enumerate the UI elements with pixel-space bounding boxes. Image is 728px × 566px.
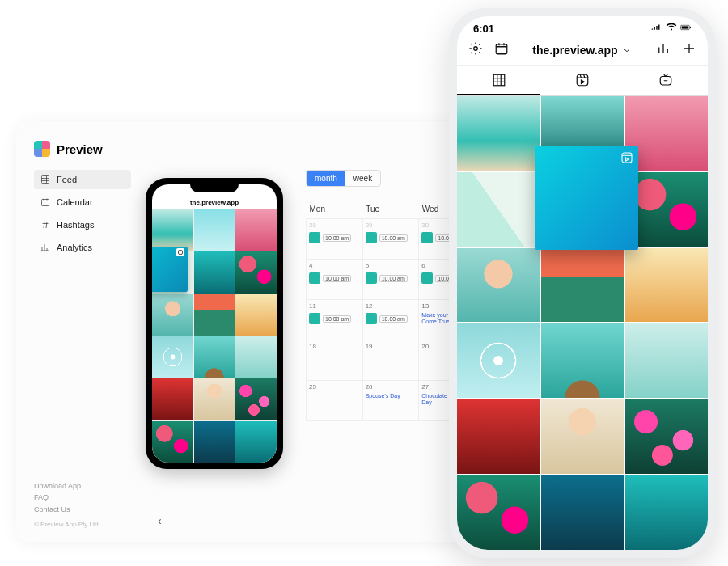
signal-icon <box>651 23 662 35</box>
sidebar-item-analytics[interactable]: Analytics <box>34 238 131 257</box>
tab-grid[interactable] <box>457 66 540 95</box>
phone-preview: the.preview.app <box>146 178 283 469</box>
calendar-cell[interactable]: 410.00 am <box>307 260 363 300</box>
phone-preview-cell[interactable] <box>235 251 277 293</box>
calendar-cell[interactable]: 19 <box>362 340 419 381</box>
phone-preview-cell[interactable] <box>235 336 277 378</box>
calendar-cell[interactable]: 510.00 am <box>362 260 419 300</box>
event-thumbnail <box>366 313 377 324</box>
calendar-day-number: 12 <box>366 302 417 310</box>
feed-cell[interactable] <box>457 475 540 550</box>
feed-cell[interactable] <box>457 96 540 171</box>
svg-point-5 <box>474 47 478 51</box>
calendar-cell[interactable]: 25 <box>307 381 363 421</box>
add-button[interactable] <box>682 41 696 59</box>
calendar-event[interactable]: 10.00 am <box>366 232 417 243</box>
reels-badge-icon <box>176 248 184 256</box>
calendar-event[interactable]: 10.00 am <box>309 232 360 243</box>
phone-preview-cell[interactable] <box>194 251 235 293</box>
calendar-cell[interactable]: 2810.00 am <box>307 219 363 260</box>
calendar-event[interactable]: 10.00 am <box>366 272 417 284</box>
calendar-cell[interactable]: 2910.00 am <box>362 219 419 260</box>
feed-cell[interactable] <box>625 323 708 398</box>
feed-cell[interactable] <box>625 248 708 323</box>
event-time: 10.00 am <box>323 315 351 323</box>
analytics-icon <box>40 243 50 252</box>
event-time: 10.00 am <box>379 275 408 282</box>
footer-link-contact[interactable]: Contact Us <box>34 504 131 515</box>
sidebar-item-hashtags[interactable]: Hashtags <box>34 215 131 234</box>
settings-button[interactable] <box>468 41 483 59</box>
sidebar-item-label: Analytics <box>57 243 92 252</box>
feed-cell[interactable] <box>457 399 540 474</box>
calendar-cell[interactable]: 18 <box>307 340 363 381</box>
tab-reels[interactable] <box>540 66 624 95</box>
calendar-cell[interactable]: 1210.00 am <box>362 300 419 340</box>
dragging-tile[interactable] <box>535 146 638 250</box>
svg-rect-4 <box>690 27 691 28</box>
notch-icon <box>190 184 239 192</box>
phone-preview-cell[interactable] <box>152 209 193 251</box>
feed-cell[interactable] <box>541 475 624 550</box>
status-bar: 6:01 <box>457 16 708 36</box>
phone-main: 6:01 the.preview.app <box>449 8 716 558</box>
view-toggle-week[interactable]: week <box>345 171 380 186</box>
content-tabs <box>457 65 708 96</box>
phone-preview-cell[interactable] <box>194 209 235 251</box>
tab-igtv[interactable] <box>624 66 708 95</box>
calendar-event[interactable]: 10.00 am <box>309 272 360 284</box>
view-toggle-month[interactable]: month <box>307 171 345 186</box>
phone-preview-cell[interactable] <box>235 209 277 251</box>
phone-preview-cell[interactable] <box>194 378 235 420</box>
feed-grid <box>457 96 708 550</box>
calendar-day-number: 25 <box>309 383 360 391</box>
feed-cell[interactable] <box>457 248 540 323</box>
account-name: the.preview.app <box>532 44 617 57</box>
calendar-event[interactable]: 10.00 am <box>366 313 417 324</box>
sidebar-item-feed[interactable]: Feed <box>34 170 131 189</box>
status-time: 6:01 <box>473 23 494 35</box>
feed-cell[interactable] <box>541 399 624 474</box>
svg-rect-10 <box>622 153 632 163</box>
footer-link-faq[interactable]: FAQ <box>34 492 131 503</box>
phone-preview-cell[interactable] <box>235 378 277 420</box>
event-time: 10.00 am <box>379 315 408 323</box>
grid-icon <box>40 175 50 184</box>
svg-rect-1 <box>42 200 49 206</box>
phone-preview-cell[interactable] <box>194 421 235 463</box>
account-switcher[interactable]: the.preview.app <box>532 44 632 57</box>
hashtag-icon <box>40 220 50 230</box>
calendar-event[interactable]: 10.00 am <box>309 313 360 324</box>
phone-preview-cell[interactable] <box>235 421 277 463</box>
calendar-cell[interactable]: 1110.00 am <box>307 300 363 340</box>
feed-cell[interactable] <box>541 323 624 398</box>
analytics-button[interactable] <box>656 41 671 59</box>
sidebar-item-calendar[interactable]: Calendar <box>34 192 131 212</box>
calendar-cell[interactable]: 26Spouse's Day <box>362 381 419 421</box>
phone-preview-cell[interactable] <box>194 294 235 336</box>
feed-cell[interactable] <box>541 248 624 323</box>
event-time: 10.00 am <box>323 275 351 282</box>
phone-preview-cell[interactable] <box>152 378 193 420</box>
phone-preview-cell[interactable] <box>194 336 235 378</box>
view-toggle: month week <box>306 170 381 187</box>
feed-cell[interactable] <box>625 399 708 474</box>
phone-preview-cell[interactable] <box>235 294 277 336</box>
feed-cell[interactable] <box>457 323 540 398</box>
footer-link-download[interactable]: Download App <box>34 480 131 492</box>
event-thumbnail <box>421 232 433 243</box>
calendar-day-number: 26 <box>366 383 417 391</box>
phone-preview-cell[interactable] <box>152 294 193 336</box>
chevron-down-icon <box>621 44 633 56</box>
phone-preview-cell[interactable] <box>152 251 193 293</box>
feed-cell[interactable] <box>457 172 540 247</box>
event-thumbnail <box>366 272 377 284</box>
phone-preview-cell[interactable] <box>152 336 193 378</box>
chevron-left-icon[interactable]: ‹ <box>158 514 162 527</box>
phone-preview-cell[interactable] <box>152 421 193 463</box>
brand-logo-icon <box>34 141 50 157</box>
grid-icon <box>492 73 506 87</box>
schedule-button[interactable] <box>494 41 509 59</box>
event-thumbnail <box>421 272 433 284</box>
feed-cell[interactable] <box>625 475 708 550</box>
